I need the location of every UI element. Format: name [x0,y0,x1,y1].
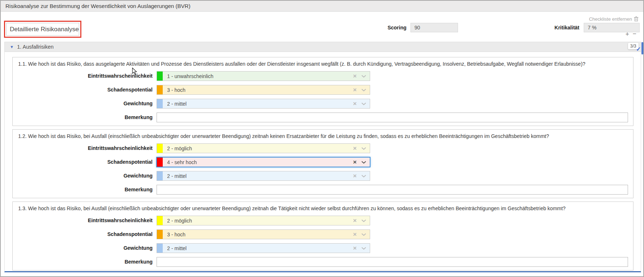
chevron-down-icon[interactable] [361,219,366,222]
dropdown-value: 2 - mittel [167,173,187,179]
color-square [157,72,163,81]
gewichtung-dropdown[interactable]: 2 - mittel × [157,243,370,253]
clear-icon[interactable]: × [353,231,357,237]
bemerkung-input[interactable] [157,113,628,122]
clear-icon[interactable]: × [353,245,357,251]
remove-checklist-label: Checkliste entfernen [589,16,632,22]
question-card-1-1: 1.1. Wie hoch ist das Risiko, dass ausge… [12,57,633,126]
app-window: Risikoanalyse zur Bestimmung der Wesentl… [0,0,644,277]
question-text: 1.2. Wie hoch ist das Risiko, bei Ausfal… [18,133,629,139]
chevron-down-icon[interactable] [361,161,366,164]
chevron-down-icon[interactable] [361,75,366,78]
dropdown-value: 2 - möglich [167,146,192,151]
eintrittswahrscheinlichkeit-dropdown[interactable]: 2 - möglich × [157,143,370,153]
field-label: Bemerkung [13,185,153,195]
chevron-down-icon[interactable] [361,102,366,105]
eintrittswahrscheinlichkeit-dropdown[interactable]: 2 - möglich × [157,216,370,225]
window-title: Risikoanalyse zur Bestimmung der Wesentl… [1,1,643,12]
section-title: 1. Ausfallrisiken [17,44,54,50]
dropdown-value: 3 - hoch [167,87,186,93]
field-label: Gewichtung [13,243,153,253]
clear-icon[interactable]: × [353,145,357,151]
question-card-1-3: 1.3. Wie hoch ist das Risiko, bei Ausfal… [12,201,633,270]
field-label: Gewichtung [13,99,153,109]
color-square [157,99,163,108]
field-label: Schadenspotential [13,229,153,239]
schadenspotential-dropdown[interactable]: 3 - hoch × [157,229,370,239]
color-square [157,230,163,239]
chevron-down-icon[interactable] [361,89,366,91]
schadenspotential-dropdown[interactable]: 4 - sehr hoch × [157,157,370,167]
bemerkung-input[interactable] [157,185,628,195]
field-label: Schadenspotential [13,157,153,167]
section-header-ausfallrisiken[interactable]: ▼ 1. Ausfallrisiken [4,42,641,52]
dropdown-value: 2 - mittel [167,101,187,107]
color-square [157,158,163,167]
collapse-triangle-icon[interactable]: ▼ [10,45,14,49]
clear-icon[interactable]: × [353,73,357,79]
clear-icon[interactable]: × [353,159,357,165]
color-square [157,216,163,225]
field-label: Bemerkung [13,113,153,122]
clear-icon[interactable]: × [353,173,357,179]
scoring-label: Scoring [364,23,406,32]
field-label: Eintrittswahrscheinlichkeit [13,216,153,225]
question-text: 1.1. Wie hoch ist das Risiko, dass ausge… [18,61,629,67]
field-label: Schadenspotential [13,85,153,95]
clear-icon[interactable]: × [353,101,357,107]
checklist-name-box[interactable]: Detaillierte Risikoanalyse [6,23,79,36]
section-check-icon: ✓ [636,46,641,53]
field-label: Bemerkung [13,257,153,267]
field-label: Eintrittswahrscheinlichkeit [13,143,153,153]
clear-icon[interactable]: × [353,217,357,224]
color-square [157,244,163,253]
dropdown-value: 1 - unwahrscheinlich [167,73,214,79]
remove-checklist-button[interactable]: Checkliste entfernen [589,16,639,22]
schadenspotential-dropdown[interactable]: 3 - hoch × [157,85,370,95]
question-text: 1.3. Wie hoch ist das Risiko, bei Ausfal… [18,205,629,211]
plus-icon[interactable]: + [625,31,629,37]
trash-icon [634,16,639,21]
chevron-down-icon[interactable] [361,233,366,236]
eintrittswahrscheinlichkeit-dropdown[interactable]: 1 - unwahrscheinlich × [157,71,370,81]
scrollbar-thumb[interactable] [641,42,643,54]
minus-icon[interactable]: − [633,31,636,37]
clear-icon[interactable]: × [353,87,357,93]
gewichtung-dropdown[interactable]: 2 - mittel × [157,171,370,181]
color-square [157,171,163,180]
gewichtung-dropdown[interactable]: 2 - mittel × [157,99,370,109]
scoring-input[interactable] [410,23,458,32]
chevron-down-icon[interactable] [361,247,366,250]
question-card-1-2: 1.2. Wie hoch ist das Risiko, bei Ausfal… [12,129,633,198]
dropdown-value: 2 - mittel [167,245,187,251]
bemerkung-input[interactable] [157,257,628,267]
dropdown-value: 2 - möglich [167,218,192,224]
chevron-down-icon[interactable] [361,147,366,150]
kritikalitaet-label: Kritikalität [538,23,579,32]
chevron-down-icon[interactable] [361,175,366,178]
dropdown-value: 4 - sehr hoch [167,159,197,165]
color-square [157,144,163,153]
field-label: Eintrittswahrscheinlichkeit [13,71,153,81]
color-square [157,85,163,94]
dropdown-value: 3 - hoch [167,232,186,237]
field-label: Gewichtung [13,171,153,181]
